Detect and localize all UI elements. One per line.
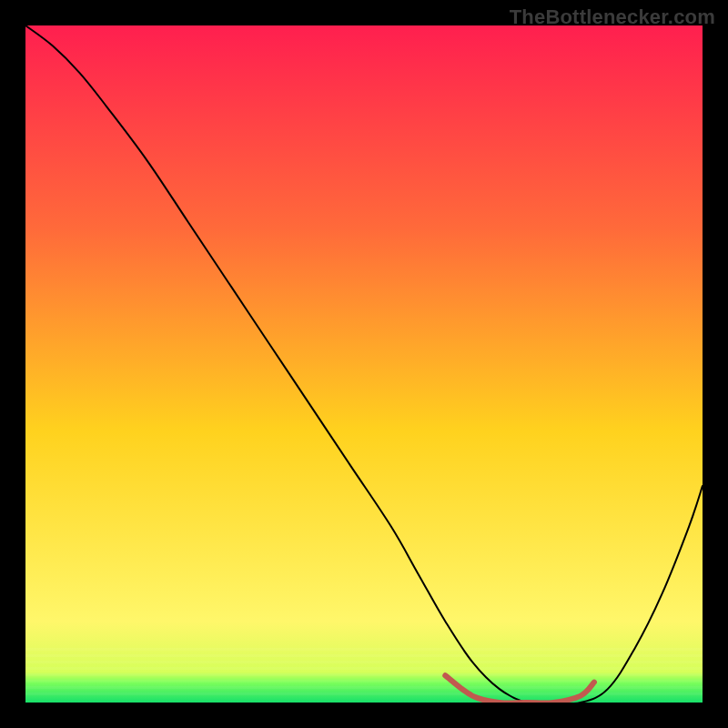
svg-rect-5 bbox=[25, 680, 703, 682]
svg-rect-3 bbox=[25, 667, 703, 670]
svg-rect-2 bbox=[25, 661, 703, 663]
gradient-background bbox=[25, 25, 703, 703]
svg-rect-6 bbox=[25, 686, 703, 689]
svg-rect-4 bbox=[25, 673, 703, 676]
watermark-text: TheBottlenecker.com bbox=[510, 5, 715, 29]
chart-container: TheBottlenecker.com bbox=[0, 0, 728, 728]
svg-rect-0 bbox=[25, 648, 703, 651]
plot-area bbox=[25, 25, 703, 703]
svg-rect-1 bbox=[25, 654, 703, 657]
chart-svg bbox=[25, 25, 703, 703]
